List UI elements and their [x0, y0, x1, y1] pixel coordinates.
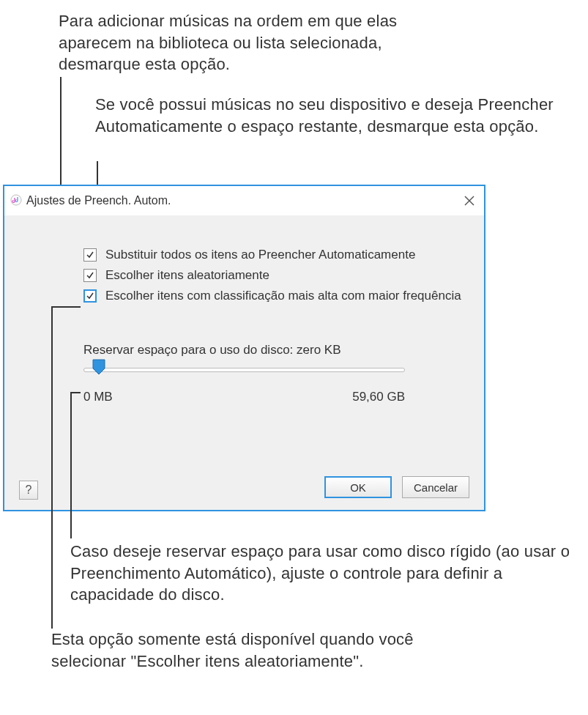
callout-random-order: Para adicionar músicas na ordem em que e… — [59, 10, 439, 75]
ok-button[interactable]: OK — [324, 476, 392, 498]
callout-reserve-space: Caso deseje reservar espaço para usar co… — [70, 541, 583, 606]
reserve-space-slider[interactable] — [83, 368, 405, 372]
reserve-space-label: Reservar espaço para o uso do disco: zer… — [4, 306, 484, 368]
slider-max-label: 59,60 GB — [352, 390, 405, 404]
checkbox-replace-all[interactable] — [83, 248, 97, 262]
slider-thumb[interactable] — [92, 359, 105, 375]
close-button[interactable] — [459, 190, 480, 211]
leader-line — [51, 306, 53, 629]
autofill-settings-dialog: Ajustes de Preench. Autom. Substituir to… — [3, 185, 485, 511]
check-row-random: Escolher itens aleatoriamente — [4, 265, 484, 286]
callout-higher-rating: Esta opção somente está disponível quand… — [51, 629, 432, 672]
checkbox-random-label: Escolher itens aleatoriamente — [105, 268, 269, 283]
checkbox-higher-rating[interactable] — [83, 289, 97, 303]
dialog-title: Ajustes de Preench. Autom. — [26, 194, 171, 207]
leader-line — [70, 392, 81, 393]
cancel-button[interactable]: Cancelar — [402, 476, 469, 498]
check-row-replace: Substituir todos os itens ao Preencher A… — [4, 245, 484, 265]
check-row-higher-rating: Escolher itens com classificação mais al… — [4, 286, 484, 306]
slider-track — [83, 368, 405, 372]
slider-min-label: 0 MB — [83, 390, 113, 404]
checkbox-replace-label: Substituir todos os itens ao Preencher A… — [105, 248, 415, 262]
dialog-content: Substituir todos os itens ao Preencher A… — [4, 215, 484, 404]
titlebar: Ajustes de Preench. Autom. — [4, 186, 484, 215]
callout-replace-items: Se você possui músicas no seu dispositiv… — [95, 94, 578, 137]
app-icon — [10, 193, 22, 210]
leader-line — [70, 392, 72, 538]
checkbox-higher-rating-label: Escolher itens com classificação mais al… — [105, 289, 461, 303]
leader-line — [51, 306, 81, 308]
checkbox-random[interactable] — [83, 269, 97, 282]
